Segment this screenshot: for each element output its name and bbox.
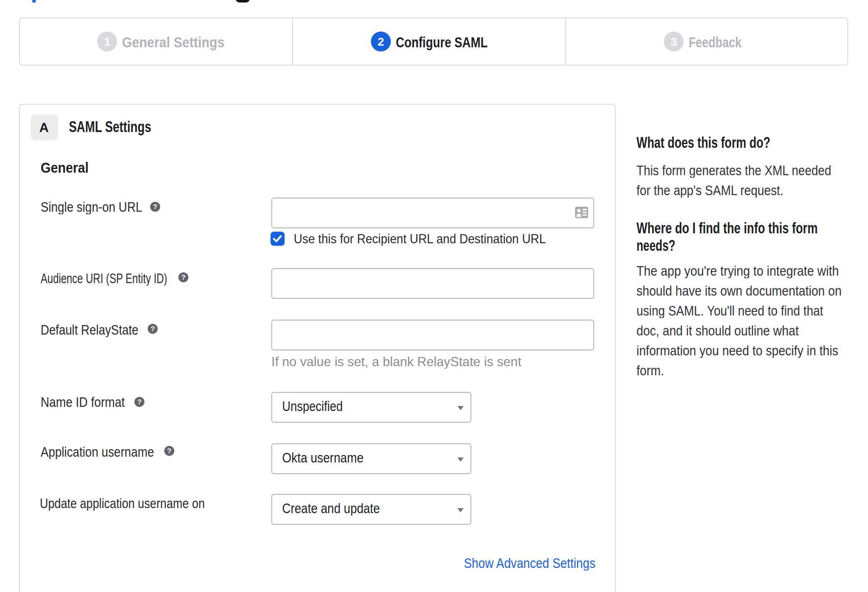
svg-text:?: ?: [153, 203, 157, 210]
svg-text:?: ?: [150, 325, 154, 333]
svg-text:?: ?: [167, 447, 171, 455]
svg-text:?: ?: [181, 274, 185, 281]
svg-text:?: ?: [137, 398, 141, 406]
